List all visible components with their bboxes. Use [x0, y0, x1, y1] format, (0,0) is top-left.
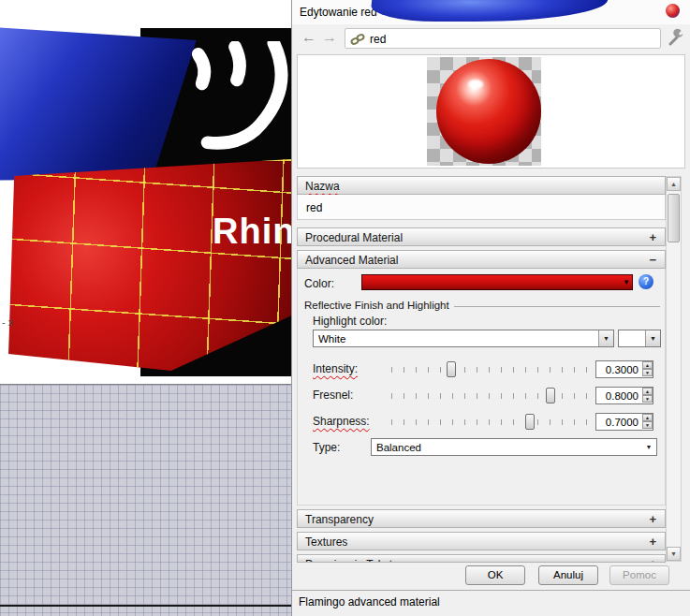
color-label: Color: [304, 277, 334, 290]
section-transparency-header[interactable]: Transparency + [297, 509, 666, 528]
vertical-scrollbar[interactable]: ▲ ▼ [666, 176, 682, 562]
section-textures-label: Textures [305, 535, 347, 549]
fresnel-slider[interactable] [391, 392, 590, 400]
advanced-material-panel: Color: ▼ ? Reflective Finish and Highlig… [297, 269, 666, 506]
scroll-up-icon[interactable]: ▲ [667, 177, 681, 191]
axis-label-x: - x [2, 316, 13, 328]
section-procedural-label: Procedural Material [305, 231, 403, 244]
material-preview-sphere [436, 59, 541, 164]
expand-plus-icon[interactable]: + [649, 230, 656, 244]
type-dropdown[interactable]: Balanced ▼ [371, 438, 657, 456]
scrollbar-thumb[interactable] [668, 194, 680, 242]
dropdown-arrow-icon[interactable]: ▼ [598, 330, 613, 346]
intensity-label: Intensity: [313, 362, 358, 375]
scroll-down-icon[interactable]: ▼ [667, 547, 681, 561]
expand-plus-icon[interactable]: + [649, 557, 656, 563]
rhino-wordmark: Rhino [213, 212, 291, 252]
highlight-color-swatch[interactable]: ▼ [618, 330, 661, 347]
spinner-up-icon[interactable]: ▲ [642, 414, 653, 421]
status-text: Flamingo advanced material [299, 595, 440, 609]
section-name-header[interactable]: Nazwa [297, 176, 666, 195]
sharpness-label: Sharpness: [313, 415, 370, 428]
help-button[interactable]: Pomoc [609, 565, 669, 585]
sharpness-row: Sharpness: 0.7000 ▲ ▼ [298, 411, 665, 433]
dropdown-arrow-icon[interactable]: ▼ [645, 330, 660, 346]
dropdown-arrow-icon[interactable]: ▼ [641, 439, 656, 455]
section-advanced-header[interactable]: Advanced Material − [297, 250, 666, 269]
section-advanced-label: Advanced Material [305, 254, 398, 267]
expand-plus-icon[interactable]: + [649, 512, 656, 526]
help-icon[interactable]: ? [639, 274, 653, 289]
dropdown-arrow-icon[interactable]: ▼ [623, 278, 630, 286]
section-clipped-header[interactable]: Przypisanie Tekstur + [297, 554, 666, 563]
tools-wrench-icon[interactable] [668, 28, 688, 49]
material-name-value: red [306, 201, 322, 214]
background-render-swoosh [370, 0, 608, 22]
section-procedural-header[interactable]: Procedural Material + [297, 227, 666, 246]
expand-plus-icon[interactable]: + [649, 535, 656, 549]
forward-arrow-icon[interactable]: → [322, 28, 337, 47]
material-sphere-mini-icon [666, 4, 680, 18]
render-viewport[interactable]: Rhino - x [0, 0, 291, 384]
section-name-label: Nazwa [305, 180, 340, 193]
fresnel-spinner: ▲ ▼ [642, 388, 653, 402]
section-transparency-label: Transparency [305, 513, 374, 526]
intensity-spinner: ▲ ▼ [642, 361, 653, 375]
sharpness-spinner: ▲ ▼ [642, 414, 653, 428]
viewport-border [0, 605, 291, 607]
type-value: Balanced [376, 442, 421, 453]
section-clipped-label: Przypisanie Tekstur [305, 558, 403, 563]
reflective-group-title: Reflective Finish and Highlight [304, 300, 454, 311]
spinner-up-icon[interactable]: ▲ [642, 388, 653, 395]
spinner-down-icon[interactable]: ▼ [642, 421, 653, 429]
dialog-title: Edytowanie red [300, 6, 377, 19]
highlight-color-label: Highlight color: [313, 315, 387, 328]
slider-thumb[interactable] [525, 414, 535, 430]
color-swatch[interactable]: ▼ [361, 274, 633, 290]
fresnel-label: Fresnel: [313, 389, 353, 402]
collapse-minus-icon[interactable]: − [649, 253, 656, 267]
spinner-down-icon[interactable]: ▼ [642, 395, 653, 403]
material-editor-dialog: Edytowanie red ← → red [291, 0, 690, 616]
spinner-up-icon[interactable]: ▲ [642, 361, 653, 369]
dialog-titlebar: Edytowanie red [292, 0, 690, 24]
intensity-slider[interactable] [391, 366, 590, 374]
cancel-button[interactable]: Anuluj [538, 565, 598, 585]
material-name-row[interactable]: red [297, 195, 666, 220]
grid-viewport[interactable] [0, 384, 291, 616]
dialog-statusbar: Flamingo advanced material [292, 590, 690, 612]
link-chain-icon [350, 33, 365, 50]
rhino-logo-icon [184, 41, 291, 167]
intensity-row: Intensity: 0.3000 ▲ ▼ [298, 359, 665, 381]
highlight-color-value: White [318, 333, 345, 345]
navigation-toolbar: ← → red [292, 24, 690, 52]
highlight-color-dropdown[interactable]: White ▼ [313, 330, 614, 347]
type-label: Type: [313, 441, 340, 454]
material-preview[interactable] [297, 54, 685, 169]
fresnel-row: Fresnel: 0.8000 ▲ ▼ [298, 385, 665, 407]
material-path-text: red [370, 33, 386, 46]
sharpness-slider[interactable] [391, 418, 590, 426]
section-textures-header[interactable]: Textures + [297, 532, 666, 550]
slider-thumb[interactable] [546, 388, 555, 403]
slider-thumb[interactable] [447, 361, 456, 377]
spinner-down-icon[interactable]: ▼ [642, 369, 653, 376]
back-arrow-icon[interactable]: ← [301, 28, 316, 47]
ok-button[interactable]: OK [465, 565, 525, 585]
material-path-field[interactable]: red [345, 28, 661, 49]
